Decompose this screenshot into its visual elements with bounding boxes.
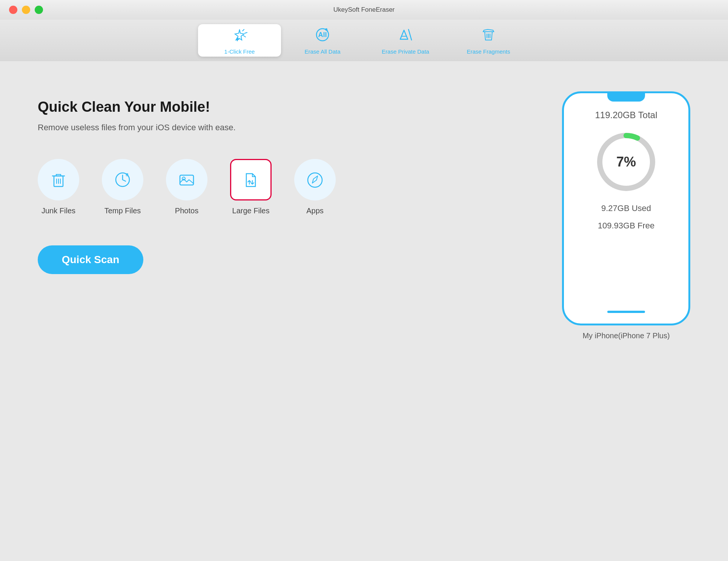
title-bar: UkeySoft FoneEraser <box>0 0 728 20</box>
feature-apps[interactable]: Apps <box>294 159 336 215</box>
large-icon-wrap <box>230 159 272 200</box>
phone-notch <box>607 93 645 102</box>
donut-chart: 7% <box>592 128 660 196</box>
tab-eraseprivate[interactable]: Erase Private Data <box>364 24 447 57</box>
tab-eraseprivate-label: Erase Private Data <box>382 48 429 55</box>
feature-photos[interactable]: Photos <box>166 159 207 215</box>
maximize-button[interactable] <box>35 6 43 14</box>
apps-label: Apps <box>306 207 324 215</box>
storage-used: 9.27GB Used <box>601 203 651 213</box>
phone-mockup: 119.20GB Total 7% 9.27GB Used 109.93GB F… <box>562 91 690 325</box>
left-panel: Quick Clean Your Mobile! Remove useless … <box>38 84 532 274</box>
home-indicator <box>607 311 645 313</box>
headline: Quick Clean Your Mobile! <box>38 99 532 115</box>
tab-erasefrag-label: Erase Fragments <box>467 48 510 55</box>
feature-large[interactable]: Large Files <box>230 159 272 215</box>
tab-1click-label: 1-Click Free <box>224 48 255 55</box>
device-name: My iPhone(iPhone 7 Plus) <box>582 331 670 340</box>
photos-icon-wrap <box>166 159 207 200</box>
svg-text:All: All <box>318 31 327 39</box>
tab-eraseall-icon: All <box>314 26 331 46</box>
temp-icon-wrap <box>102 159 143 200</box>
tab-bar: 1-Click Free All Erase All Data Erase Pr… <box>0 20 728 61</box>
storage-free: 109.93GB Free <box>598 221 654 231</box>
right-panel: 119.20GB Total 7% 9.27GB Used 109.93GB F… <box>554 84 698 340</box>
large-label: Large Files <box>232 207 270 215</box>
tab-erasefrag[interactable]: Erase Fragments <box>447 24 530 57</box>
phone-content: 119.20GB Total 7% 9.27GB Used 109.93GB F… <box>571 102 681 231</box>
storage-total: 119.20GB Total <box>595 110 657 120</box>
temp-label: Temp Files <box>104 207 141 215</box>
window-title: UkeySoft FoneEraser <box>333 6 395 14</box>
svg-point-2 <box>325 28 327 31</box>
subtext: Remove useless files from your iOS devic… <box>38 123 532 133</box>
main-content: Quick Clean Your Mobile! Remove useless … <box>0 61 728 561</box>
quick-scan-button[interactable]: Quick Scan <box>38 245 143 274</box>
minimize-button[interactable] <box>22 6 30 14</box>
junk-icon-wrap <box>38 159 79 200</box>
junk-label: Junk Files <box>41 207 75 215</box>
feature-junk[interactable]: Junk Files <box>38 159 79 215</box>
donut-percent: 7% <box>616 154 636 170</box>
svg-rect-6 <box>180 175 194 185</box>
tab-1click[interactable]: 1-Click Free <box>198 24 281 57</box>
window-controls <box>9 6 43 14</box>
close-button[interactable] <box>9 6 17 14</box>
tab-eraseall[interactable]: All Erase All Data <box>281 24 364 57</box>
feature-temp[interactable]: Temp Files <box>102 159 143 215</box>
features-grid: Junk Files Temp Files <box>38 159 532 215</box>
tab-erasefrag-icon <box>480 26 497 46</box>
tab-eraseall-label: Erase All Data <box>304 48 340 55</box>
tab-eraseprivate-icon <box>397 26 414 46</box>
photos-label: Photos <box>175 207 198 215</box>
tab-1click-icon <box>231 26 248 46</box>
apps-icon-wrap <box>294 159 336 200</box>
